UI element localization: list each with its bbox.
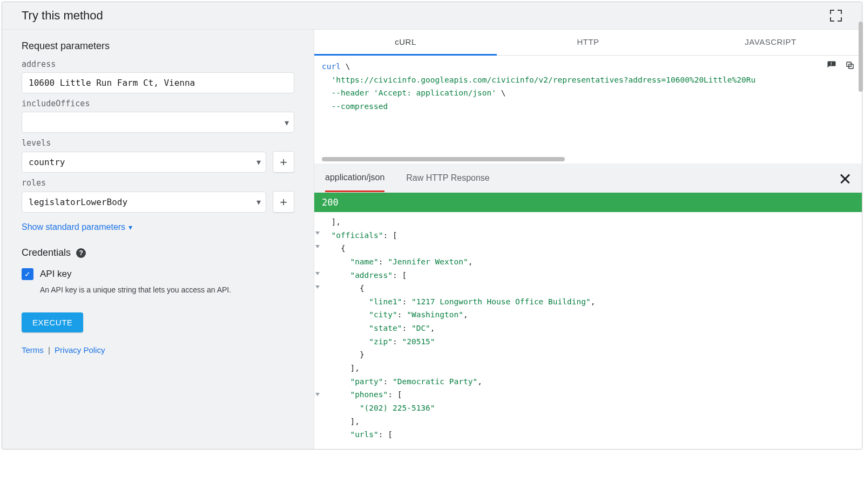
request-format-tabs: cURL HTTP JAVASCRIPT [314,30,862,56]
add-roles-button[interactable]: ＋ [273,191,294,213]
modal-title: Try this method [22,9,103,23]
includeOffices-select[interactable] [22,112,294,133]
request-parameters-title: Request parameters [22,40,294,52]
request-parameters-panel: Request parameters address includeOffice… [2,30,314,449]
status-bar: 200 [314,193,862,212]
modal-header: Try this method [2,2,862,30]
tab-raw-http[interactable]: Raw HTTP Response [406,165,489,191]
execute-button[interactable]: EXECUTE [22,312,83,332]
tab-curl[interactable]: cURL [314,30,497,56]
param-label-roles: roles [22,178,294,188]
param-label-includeOffices: includeOffices [22,99,294,108]
apikey-description: An API key is a unique string that lets … [40,285,294,294]
legal-links: Terms | Privacy Policy [22,345,294,355]
roles-select[interactable] [22,192,266,213]
request-code-pane: curl \ 'https://civicinfo.googleapis.com… [314,56,862,164]
show-standard-parameters-link[interactable]: Show standard parameters ▾ [22,222,132,232]
tab-http[interactable]: HTTP [497,30,679,55]
credentials-title: Credentials ? [22,247,294,258]
param-label-levels: levels [22,138,294,148]
apikey-label: API key [40,269,72,280]
tab-javascript[interactable]: JAVASCRIPT [679,30,862,55]
param-label-address: address [22,59,294,69]
horizontal-scrollbar[interactable] [322,157,565,161]
add-levels-button[interactable]: ＋ [273,151,294,173]
apikey-checkbox[interactable]: ✓ [22,268,33,280]
exit-fullscreen-icon[interactable] [829,9,842,22]
levels-select[interactable] [22,152,266,173]
vertical-scrollbar[interactable] [859,0,863,451]
chevron-down-icon: ▾ [129,223,132,231]
request-response-panel: cURL HTTP JAVASCRIPT curl \ 'https://civ… [314,30,862,449]
api-explorer-modal: Try this method Request parameters addre… [2,2,862,449]
close-icon[interactable] [839,172,851,184]
privacy-link[interactable]: Privacy Policy [55,345,105,355]
legal-separator: | [48,345,50,355]
address-input[interactable] [22,72,294,93]
show-standard-label: Show standard parameters [22,222,125,232]
credentials-title-text: Credentials [22,247,71,258]
request-code[interactable]: curl \ 'https://civicinfo.googleapis.com… [314,56,862,164]
response-body[interactable]: ], "officials": [ { "name": "Jennifer We… [314,212,862,449]
copy-icon[interactable] [843,59,856,72]
response-tabs: application/json Raw HTTP Response [314,164,862,193]
tab-application-json[interactable]: application/json [325,165,384,192]
help-icon[interactable]: ? [76,248,86,258]
feedback-icon[interactable] [825,59,838,72]
terms-link[interactable]: Terms [22,345,44,355]
